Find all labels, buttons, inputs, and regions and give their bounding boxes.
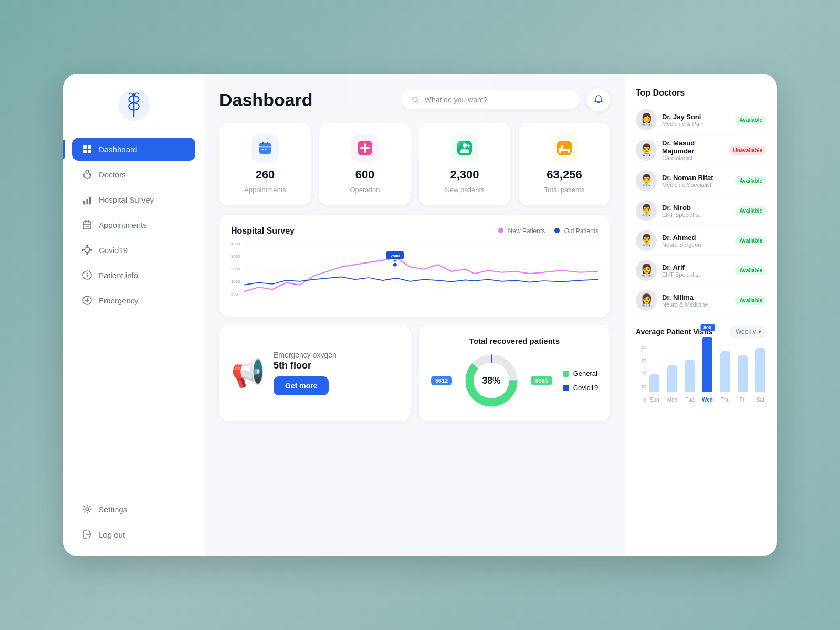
svg-text:38%: 38% [482, 375, 501, 386]
doctor-avatar: 👩‍⚕️ [636, 260, 657, 281]
sidebar-item-hospital-survey[interactable]: Hospital Survey [72, 188, 195, 211]
get-more-button[interactable]: Get more [274, 376, 329, 395]
svg-rect-50 [457, 141, 472, 155]
legend-new-patients: New Patients [498, 227, 545, 235]
doctor-row: 👨‍⚕️ Dr. Noman Rifat Medicine Specialist… [636, 166, 766, 196]
sidebar-item-settings[interactable]: Settings [72, 498, 195, 521]
doctor-avatar: 👨‍⚕️ [636, 200, 657, 221]
bar-col-tue[interactable]: Tue [684, 334, 696, 403]
notification-button[interactable] [587, 88, 610, 111]
bar-col-fri[interactable]: Fri [737, 334, 749, 403]
svg-rect-54 [557, 141, 572, 155]
sidebar-item-hospital-survey-label: Hospital Survey [99, 195, 154, 204]
svg-rect-15 [89, 197, 91, 204]
donut-chart: 38% [463, 352, 520, 410]
doctor-row: 👩‍⚕️ Dr. Nilima Neuro & Medicine Availab… [636, 286, 766, 316]
svg-rect-46 [265, 149, 267, 150]
donut-svg: 38% [463, 352, 520, 410]
total-patients-stat-label: Total patients [544, 186, 585, 194]
bar-y-labels: 40 30 20 10 0 [636, 345, 646, 413]
donut-content: 3612 38% [430, 352, 598, 410]
doctor-row: 👩‍⚕️ Dr. Arif ENT Specialist Available [636, 256, 766, 286]
doctor-row: 👨‍⚕️ Dr. Masud Majumder Cardiologist Una… [636, 135, 766, 166]
stat-card-appointments: 260 Appointments [219, 123, 311, 205]
logout-icon [82, 529, 92, 540]
sidebar-item-emergency[interactable]: Emergency [72, 289, 195, 312]
bar-col-sun[interactable]: Sun [648, 334, 661, 403]
svg-point-37 [86, 508, 89, 511]
bottom-row: 📢 Emergency oxygen 5th floor Get more To… [219, 325, 610, 421]
bar-col-sat[interactable]: Sat [754, 334, 766, 403]
bar-col-mon[interactable]: Mon [666, 334, 679, 403]
bar-tooltip: 800 [700, 324, 715, 331]
emergency-text: Emergency oxygen 5th floor Get more [274, 351, 337, 395]
svg-text:2000: 2000 [231, 267, 240, 271]
bed-icon [557, 141, 572, 155]
bar-day-label: Fri [740, 397, 746, 403]
emergency-card: 📢 Emergency oxygen 5th floor Get more [219, 325, 411, 421]
bar[interactable] [685, 360, 695, 392]
doctor-avatar: 👩‍⚕️ [636, 290, 657, 311]
sidebar-item-logout[interactable]: Log out [72, 523, 195, 546]
status-badge: Available [735, 116, 766, 124]
cross-icon [358, 141, 372, 155]
doctor-name: Dr. Arif [662, 264, 730, 271]
logo-icon [117, 88, 151, 122]
doctor-row: 👨‍⚕️ Dr. Nirob ENT Specialist Available [636, 196, 766, 226]
appointments-stat-label: Appointments [244, 186, 286, 194]
total-patients-stat-number: 63,256 [547, 168, 582, 182]
svg-point-51 [463, 143, 467, 148]
bar[interactable] [738, 355, 748, 392]
svg-rect-17 [83, 222, 91, 229]
page-title: Dashboard [219, 90, 313, 110]
calendar-icon [258, 141, 272, 155]
person-icon [457, 141, 472, 155]
bar-day-label: Sun [650, 397, 659, 403]
bar-day-label: Wed [702, 397, 713, 403]
bar[interactable] [667, 365, 677, 392]
search-bar[interactable] [401, 90, 580, 109]
svg-point-59 [561, 145, 564, 148]
bar-col-wed[interactable]: 800Wed [701, 334, 714, 403]
bell-icon [593, 94, 604, 105]
svg-text:500: 500 [231, 292, 238, 297]
doctor-name: Dr. Nilima [662, 293, 730, 301]
sidebar-item-covid19[interactable]: Covid19 [72, 238, 195, 261]
status-badge: Unavailable [729, 146, 766, 155]
doctor-name: Dr. Noman Rifat [662, 174, 730, 182]
svg-point-30 [91, 249, 92, 250]
doctor-avatar: 👨‍⚕️ [636, 170, 657, 191]
sidebar-item-patient-info[interactable]: Patient info [72, 264, 195, 287]
bar[interactable] [702, 337, 712, 392]
chart-legend: New Patients Old Patients [498, 227, 598, 235]
doctor-info: Dr. Arif ENT Specialist [662, 264, 730, 278]
bar-col-thu[interactable]: Thu [719, 334, 731, 403]
bar-day-label: Sat [757, 397, 764, 403]
bar[interactable] [649, 374, 659, 392]
sidebar-item-settings-label: Settings [99, 505, 127, 514]
chart-card: Hospital Survey New Patients Old Patient… [219, 215, 610, 317]
doctor-specialty: Medicine & Pain [662, 121, 730, 127]
sidebar-item-doctors[interactable]: Doctors [72, 163, 195, 186]
doctor-specialty: Cardiologist [662, 155, 723, 161]
bar-chart-section: Average Patient Visits Weekly ▾ 40 30 20… [636, 326, 766, 413]
bars-area: SunMonTue800WedThuFriSat [648, 345, 766, 413]
chart-area: 4000 3000 2000 1000 500 2500 [231, 240, 598, 305]
info-icon [82, 270, 92, 280]
bar[interactable] [720, 351, 730, 392]
sidebar-item-logout-label: Log out [99, 530, 125, 539]
bar[interactable] [755, 348, 765, 392]
search-input[interactable] [425, 96, 569, 104]
doctor-specialty: Neuro Surgeon [662, 242, 730, 248]
svg-point-29 [82, 249, 83, 250]
legend-old-patients: Old Patients [554, 227, 598, 235]
covid-icon [82, 245, 92, 255]
sidebar-item-appointments[interactable]: Appointments [72, 213, 195, 236]
donut-card: Total recovered patients 3612 [419, 325, 610, 421]
doctor-avatar: 👨‍⚕️ [636, 230, 657, 251]
right-panel: Top Doctors 👩‍⚕️ Dr. Jay Soni Medicine &… [625, 74, 777, 556]
doctor-info: Dr. Noman Rifat Medicine Specialist [662, 174, 730, 188]
new-patients-dot [498, 228, 503, 233]
operation-stat-number: 600 [355, 168, 375, 182]
sidebar-item-dashboard[interactable]: Dashboard [72, 138, 195, 161]
